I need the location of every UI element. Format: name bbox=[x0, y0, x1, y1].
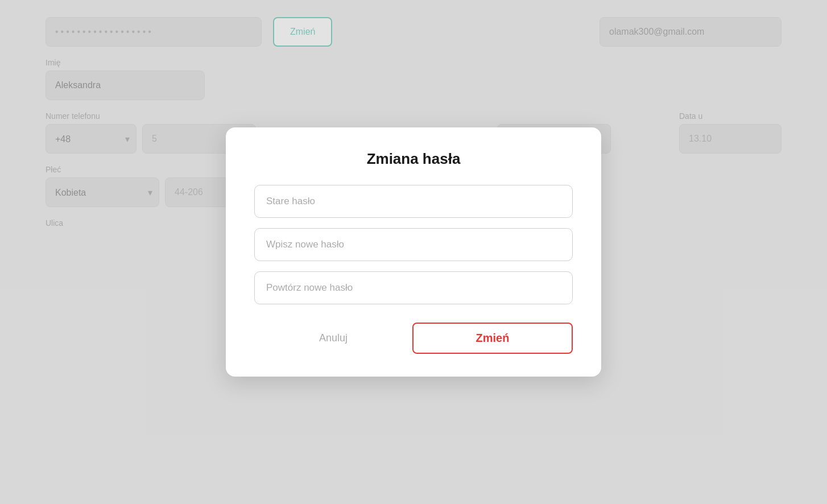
old-password-input[interactable] bbox=[254, 185, 573, 218]
new-password-input[interactable] bbox=[254, 228, 573, 261]
modal-title: Zmiana hasła bbox=[254, 150, 573, 168]
change-password-modal: Zmiana hasła Anuluj Zmień bbox=[226, 127, 601, 377]
modal-footer: Anuluj Zmień bbox=[254, 323, 573, 354]
cancel-button[interactable]: Anuluj bbox=[254, 324, 412, 352]
modal-overlay: Zmiana hasła Anuluj Zmień bbox=[0, 0, 827, 504]
submit-button[interactable]: Zmień bbox=[412, 323, 573, 354]
confirm-password-input[interactable] bbox=[254, 271, 573, 304]
